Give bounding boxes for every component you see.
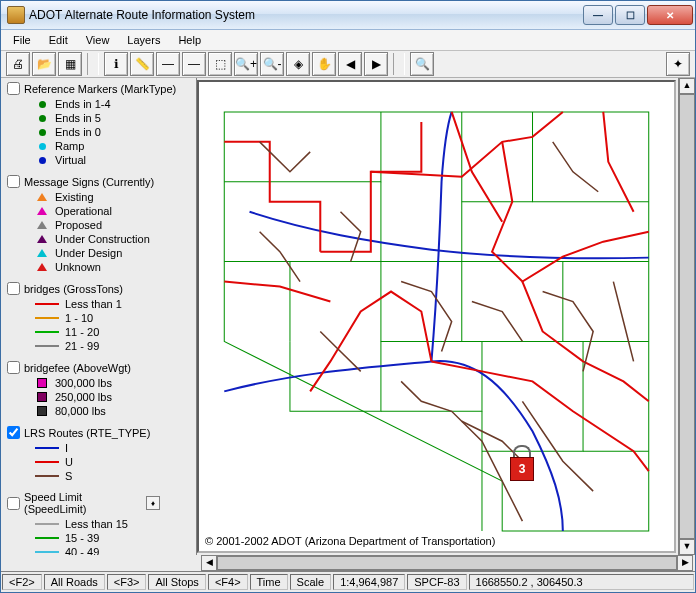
open-icon[interactable]: 📂 bbox=[32, 52, 56, 76]
rate-up-icon[interactable]: ♦ bbox=[146, 496, 160, 510]
highlight-icon[interactable]: ✦ bbox=[666, 52, 690, 76]
status-f2-value[interactable]: All Roads bbox=[44, 574, 105, 590]
vertical-scrollbar[interactable]: ▲ ▼ bbox=[678, 78, 695, 555]
menu-help[interactable]: Help bbox=[170, 32, 209, 48]
toolbar: 🖨 📂 ▦ ℹ 📏 — — ⬚ 🔍+ 🔍- ◈ ✋ ◀ ▶ 🔍 ✦ bbox=[1, 51, 695, 78]
zoomfit-icon[interactable]: ◈ bbox=[286, 52, 310, 76]
zoomout-icon[interactable]: 🔍- bbox=[260, 52, 284, 76]
lock-label: 3 bbox=[510, 457, 534, 481]
minimize-button[interactable]: — bbox=[583, 5, 613, 25]
scroll-down-icon[interactable]: ▼ bbox=[679, 539, 695, 555]
status-projection: SPCF-83 bbox=[407, 574, 466, 590]
layer-group-refmarkers: Reference Markers (MarkType) Ends in 1-4… bbox=[7, 82, 190, 167]
menu-view[interactable]: View bbox=[78, 32, 118, 48]
status-scale-value: 1:4,964,987 bbox=[333, 574, 405, 590]
refmarkers-checkbox[interactable] bbox=[7, 82, 20, 95]
title-bar: ADOT Alternate Route Information System … bbox=[1, 1, 695, 30]
close-button[interactable]: ✕ bbox=[647, 5, 693, 25]
bridgefee-checkbox[interactable] bbox=[7, 361, 20, 374]
app-window: ADOT Alternate Route Information System … bbox=[0, 0, 696, 593]
prev-icon[interactable]: ◀ bbox=[338, 52, 362, 76]
menu-layers[interactable]: Layers bbox=[119, 32, 168, 48]
menu-bar: File Edit View Layers Help bbox=[1, 30, 695, 51]
print-icon[interactable]: 🖨 bbox=[6, 52, 30, 76]
speed-title: Speed Limit (SpeedLimit) bbox=[24, 491, 146, 515]
app-icon bbox=[7, 6, 25, 24]
bridgefee-title: bridgefee (AboveWgt) bbox=[24, 362, 131, 374]
layer-group-lrs: LRS Routes (RTE_TYPE) I U S bbox=[7, 426, 190, 483]
layer-group-bridgefee: bridgefee (AboveWgt) 300,000 lbs 250,000… bbox=[7, 361, 190, 418]
pan-icon[interactable]: ✋ bbox=[312, 52, 336, 76]
scroll-left-icon[interactable]: ◀ bbox=[201, 555, 217, 571]
next-icon[interactable]: ▶ bbox=[364, 52, 388, 76]
speed-checkbox[interactable] bbox=[7, 497, 20, 510]
map-canvas[interactable]: 3 © 2001-2002 ADOT (Arizona Department o… bbox=[197, 80, 676, 553]
status-scale-label: Scale bbox=[290, 574, 332, 590]
scroll-right-icon[interactable]: ▶ bbox=[677, 555, 693, 571]
find-icon[interactable]: 🔍 bbox=[410, 52, 434, 76]
menu-file[interactable]: File bbox=[5, 32, 39, 48]
maximize-button[interactable]: ☐ bbox=[615, 5, 645, 25]
zoomsel-icon[interactable]: ⬚ bbox=[208, 52, 232, 76]
content-area: Reference Markers (MarkType) Ends in 1-4… bbox=[1, 78, 695, 555]
link1-icon[interactable]: — bbox=[156, 52, 180, 76]
window-title: ADOT Alternate Route Information System bbox=[29, 8, 583, 22]
zoomin-icon[interactable]: 🔍+ bbox=[234, 52, 258, 76]
layer-group-speed: Speed Limit (SpeedLimit) ♦ Less than 15 … bbox=[7, 491, 190, 555]
status-coords: 1668550.2 , 306450.3 bbox=[469, 574, 694, 590]
bridges-title: bridges (GrossTons) bbox=[24, 283, 123, 295]
layer-group-bridges: bridges (GrossTons) Less than 1 1 - 10 1… bbox=[7, 282, 190, 353]
lock-marker[interactable]: 3 bbox=[510, 445, 534, 481]
refmarkers-title: Reference Markers (MarkType) bbox=[24, 83, 176, 95]
status-f4-value[interactable]: Time bbox=[250, 574, 288, 590]
map-copyright: © 2001-2002 ADOT (Arizona Department of … bbox=[205, 535, 495, 547]
layer-group-msgsigns: Message Signs (Currently) Existing Opera… bbox=[7, 175, 190, 274]
select-icon[interactable]: ▦ bbox=[58, 52, 82, 76]
msgsigns-title: Message Signs (Currently) bbox=[24, 176, 154, 188]
info-icon[interactable]: ℹ bbox=[104, 52, 128, 76]
status-bar: <F2> All Roads <F3> All Stops <F4> Time … bbox=[1, 571, 695, 592]
link2-icon[interactable]: — bbox=[182, 52, 206, 76]
lrs-title: LRS Routes (RTE_TYPE) bbox=[24, 427, 150, 439]
msgsigns-checkbox[interactable] bbox=[7, 175, 20, 188]
menu-edit[interactable]: Edit bbox=[41, 32, 76, 48]
scroll-up-icon[interactable]: ▲ bbox=[679, 78, 695, 94]
lrs-checkbox[interactable] bbox=[7, 426, 20, 439]
layers-sidebar: Reference Markers (MarkType) Ends in 1-4… bbox=[1, 78, 197, 555]
horizontal-scrollbar[interactable]: ◀ ▶ bbox=[201, 555, 693, 571]
status-f3-value[interactable]: All Stops bbox=[148, 574, 205, 590]
measure-icon[interactable]: 📏 bbox=[130, 52, 154, 76]
bridges-checkbox[interactable] bbox=[7, 282, 20, 295]
